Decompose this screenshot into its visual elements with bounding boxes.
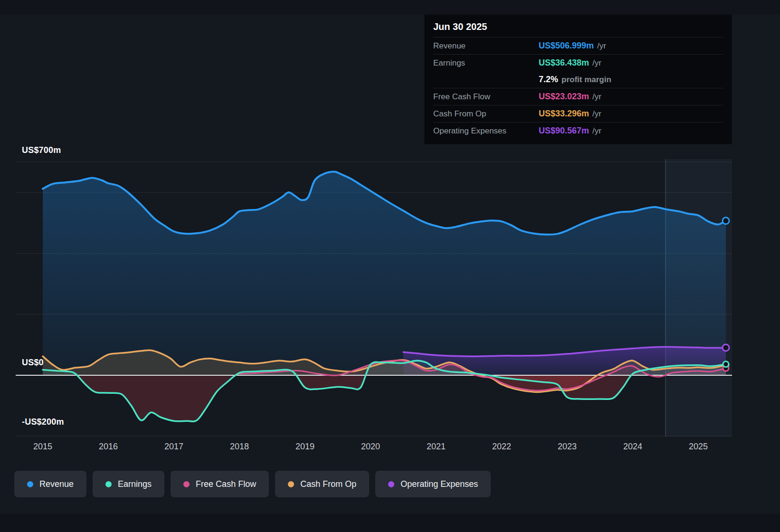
legend-item-free-cash-flow[interactable]: Free Cash Flow: [171, 471, 269, 497]
svg-text:2018: 2018: [230, 442, 249, 451]
tooltip-label: Earnings: [433, 58, 539, 68]
tooltip-label: Operating Expenses: [433, 126, 539, 136]
y-axis-label-700m: US$700m: [22, 145, 61, 155]
legend-label: Cash From Op: [300, 479, 356, 489]
tooltip-value: US$90.567m: [539, 126, 589, 136]
tooltip-suffix: /yr: [592, 92, 601, 102]
legend-item-cash-from-op[interactable]: Cash From Op: [275, 471, 369, 497]
svg-text:2024: 2024: [623, 442, 642, 451]
tooltip-date: Jun 30 2025: [433, 21, 723, 37]
revenue-dot-icon: [27, 481, 33, 487]
legend-label: Revenue: [39, 479, 74, 489]
tooltip-row-cash-from-op: Cash From Op US$33.296m /yr: [433, 105, 723, 122]
tooltip-label: Revenue: [433, 41, 539, 51]
bottom-strip: [0, 514, 780, 532]
svg-text:2025: 2025: [689, 442, 708, 451]
tooltip-value: US$33.296m: [539, 109, 589, 119]
y-axis-label-neg200m: -US$200m: [22, 417, 64, 427]
tooltip-suffix: /yr: [592, 109, 601, 119]
chart-legend: Revenue Earnings Free Cash Flow Cash Fro…: [14, 471, 491, 497]
legend-label: Free Cash Flow: [196, 479, 256, 489]
earnings-dot-icon: [105, 481, 112, 487]
tooltip-value: 7.2%: [539, 75, 558, 85]
tooltip-value: US$36.438m: [539, 58, 589, 68]
tooltip-suffix: /yr: [592, 58, 601, 68]
svg-text:2021: 2021: [427, 442, 446, 451]
tooltip-suffix: /yr: [597, 41, 606, 51]
free-cash-flow-dot-icon: [183, 481, 190, 487]
svg-text:2020: 2020: [361, 442, 380, 451]
svg-text:2016: 2016: [99, 442, 118, 451]
tooltip-suffix: profit margin: [561, 75, 611, 85]
svg-text:2019: 2019: [295, 442, 314, 451]
svg-text:2022: 2022: [492, 442, 511, 451]
tooltip-label: Cash From Op: [433, 109, 539, 119]
cash-from-op-dot-icon: [288, 481, 294, 487]
tooltip-row-earnings: Earnings US$36.438m /yr: [433, 54, 723, 71]
tooltip-value: US$506.999m: [539, 41, 594, 51]
tooltip-value: US$23.023m: [539, 92, 589, 102]
tooltip-row-operating-expenses: Operating Expenses US$90.567m /yr: [433, 122, 723, 139]
earnings-revenue-history-chart: 2015201620172018201920202021202220232024…: [0, 0, 780, 532]
y-axis-label-zero: US$0: [22, 358, 44, 368]
legend-item-revenue[interactable]: Revenue: [14, 471, 86, 497]
tooltip-suffix: /yr: [592, 126, 601, 136]
tooltip-row-free-cash-flow: Free Cash Flow US$23.023m /yr: [433, 88, 723, 105]
legend-item-operating-expenses[interactable]: Operating Expenses: [375, 471, 491, 497]
tooltip-row-profit-margin: 7.2% profit margin: [433, 71, 723, 88]
legend-label: Earnings: [118, 479, 152, 489]
tooltip-label: Free Cash Flow: [433, 92, 539, 102]
svg-text:2023: 2023: [558, 442, 577, 451]
legend-label: Operating Expenses: [400, 479, 478, 489]
legend-item-earnings[interactable]: Earnings: [93, 471, 164, 497]
operating-expenses-dot-icon: [388, 481, 394, 487]
svg-text:2015: 2015: [33, 442, 52, 451]
tooltip-row-revenue: Revenue US$506.999m /yr: [433, 37, 723, 54]
svg-text:2017: 2017: [164, 442, 183, 451]
chart-tooltip: Jun 30 2025 Revenue US$506.999m /yr Earn…: [424, 14, 732, 144]
